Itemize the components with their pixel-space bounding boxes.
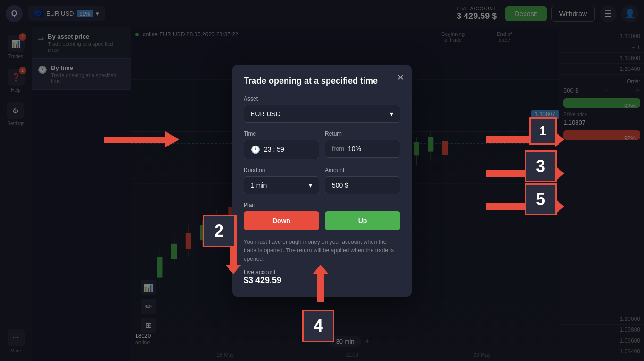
- duration-value: 1 min: [251, 181, 267, 189]
- modal: Trade opening at a specified time ✕ Asse…: [232, 65, 412, 297]
- asset-select[interactable]: EUR USD ▾: [244, 105, 400, 123]
- duration-amount-row: Duration 1 min ▾ Amount: [244, 167, 400, 194]
- duration-dropdown-icon: ▾: [309, 181, 312, 189]
- amount-field: Amount: [325, 167, 400, 194]
- account-label: Live account: [244, 269, 275, 275]
- plan-up-button[interactable]: Up: [325, 211, 400, 230]
- amount-label: Amount: [325, 167, 400, 173]
- plan-field: Plan Down Up: [244, 202, 400, 230]
- plan-down-button[interactable]: Down: [244, 211, 319, 230]
- return-value: 10%: [348, 145, 361, 153]
- time-input[interactable]: [264, 146, 312, 153]
- time-input-wrap: 🕐: [244, 140, 319, 159]
- plan-label: Plan: [244, 202, 400, 208]
- account-amount: $3 429.59: [244, 275, 400, 285]
- asset-select-value: EUR USD: [251, 110, 280, 118]
- modal-account-footer: Live account $3 429.59: [244, 269, 400, 285]
- clock-icon: 🕐: [251, 145, 260, 154]
- amount-input[interactable]: [332, 181, 393, 189]
- time-label: Time: [244, 130, 319, 137]
- return-from-text: from: [332, 145, 344, 152]
- footer-text-content: You must have enough money on your accou…: [244, 239, 394, 262]
- asset-label: Asset: [244, 95, 400, 102]
- plan-row: Down Up: [244, 211, 400, 230]
- amount-input-wrap: [325, 176, 400, 194]
- modal-footer-text: You must have enough money on your accou…: [244, 238, 400, 263]
- duration-label: Duration: [244, 167, 319, 173]
- asset-field: Asset EUR USD ▾: [244, 95, 400, 123]
- duration-field: Duration 1 min ▾: [244, 167, 319, 194]
- duration-select[interactable]: 1 min ▾: [244, 176, 319, 194]
- asset-dropdown-icon: ▾: [390, 110, 393, 118]
- time-return-row: Time 🕐 Return from 10%: [244, 130, 400, 159]
- return-label: Return: [325, 130, 400, 137]
- time-field: Time 🕐: [244, 130, 319, 159]
- modal-overlay: Trade opening at a specified time ✕ Asse…: [0, 0, 644, 361]
- modal-title: Trade opening at a specified time: [244, 76, 400, 86]
- return-input-wrap: from 10%: [325, 140, 400, 158]
- return-field: Return from 10%: [325, 130, 400, 159]
- modal-close-button[interactable]: ✕: [397, 72, 404, 83]
